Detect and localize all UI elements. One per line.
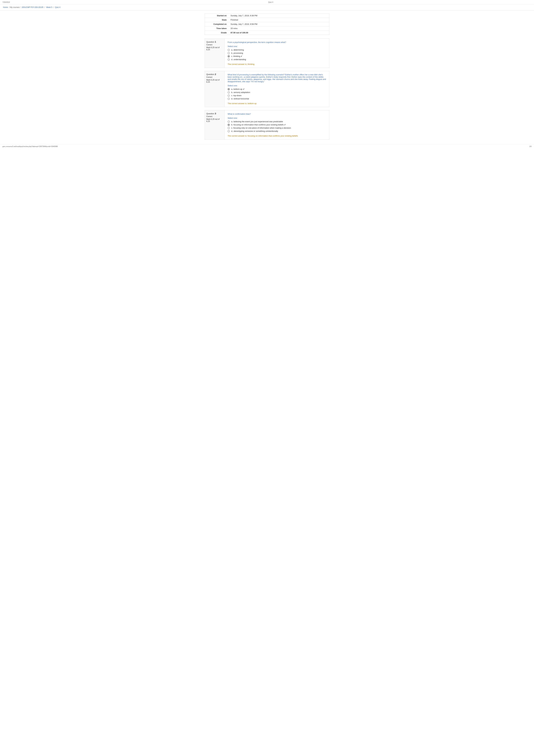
top-bar: 7/26/2019 Quiz 4 [0, 0, 534, 4]
correct-answer-2: The correct answer is: bottom-up [228, 102, 326, 105]
select-one-label-1: Select one: [228, 45, 326, 47]
question-mark-1: Mark 6.25 out of 6.25 [206, 46, 223, 51]
option-text-2-4: d. vertical-horizontal [231, 97, 249, 100]
question-block-2: Question 2 Correct Mark 6.25 out of 6.25… [205, 71, 329, 107]
option-3-1: a. believing the event you just experien… [228, 121, 326, 123]
breadcrumb-sep3: / [44, 6, 46, 8]
option-3-4: d. stereotyping someone or something uni… [228, 130, 326, 132]
option-text-2-3: c. top-down [231, 94, 242, 97]
option-text-3-3: c. focusing only on one piece of informa… [231, 127, 291, 129]
footer-url: gmc.mrooms3.net/mod/quiz/review.php?atte… [2, 146, 58, 147]
question-sidebar-3: Question 3 Correct Mark 6.25 out of 6.25 [205, 110, 225, 139]
questions-container: Question 1 Correct Mark 6.25 out of 6.25… [205, 39, 329, 140]
footer-bar: gmc.mrooms3.net/mod/quiz/review.php?atte… [0, 144, 534, 148]
question-mark-2: Mark 6.25 out of 6.25 [206, 79, 223, 83]
question-text-1: From a psychological perspective, the te… [228, 41, 326, 43]
breadcrumb-quiz[interactable]: Quiz 4 [55, 6, 60, 8]
select-one-label-2: Select one: [228, 85, 326, 87]
question-status-1: Correct [206, 44, 223, 46]
option-1-3: c. thinking ✔ [228, 55, 326, 57]
question-block-1: Question 1 Correct Mark 6.25 out of 6.25… [205, 39, 329, 68]
summary-table: Started on Sunday, July 7, 2019, 9:38 PM… [205, 14, 329, 35]
question-content-2: What kind of processing is exemplified b… [225, 71, 329, 107]
option-text-2-1: a. bottom-up ✔ [231, 88, 245, 90]
radio-3-1 [228, 121, 230, 123]
grade-label: Grade [205, 31, 229, 35]
option-text-3-4: d. stereotyping someone or something uni… [231, 130, 278, 132]
grade-value: 87.50 out of 100.00 [229, 31, 329, 35]
question-number-2: Question 2 [206, 73, 223, 75]
question-block-3: Question 3 Correct Mark 6.25 out of 6.25… [205, 110, 329, 140]
question-sidebar-2: Question 2 Correct Mark 6.25 out of 6.25 [205, 71, 225, 107]
radio-1-1 [228, 49, 230, 51]
summary-row-started: Started on Sunday, July 7, 2019, 9:38 PM [205, 14, 329, 18]
question-number-1: Question 1 [206, 40, 223, 43]
option-text-1-2: b. processing [231, 52, 243, 54]
option-3-2: b. focusing on information that confirms… [228, 123, 326, 126]
option-text-2-2: b. sensory adaptation [231, 91, 250, 94]
option-1-1: a. determining [228, 49, 326, 51]
option-1-2: b. processing [228, 52, 326, 54]
breadcrumb-sep1: / My courses / [9, 6, 21, 8]
correct-answer-3: The correct answer is: focusing on infor… [228, 135, 326, 137]
option-text-3-1: a. believing the event you just experien… [231, 121, 283, 123]
option-2-3: c. top-down [228, 94, 326, 97]
breadcrumb-course[interactable]: 19SUCMP PSY-200-20105 [21, 6, 43, 8]
breadcrumb-home[interactable]: Home [3, 6, 8, 8]
correct-answer-1: The correct answer is: thinking [228, 63, 326, 65]
question-content-3: What is confirmation bias?Select one:a. … [225, 110, 329, 139]
summary-row-state: State Finished [205, 18, 329, 22]
question-status-3: Correct [206, 115, 223, 118]
radio-1-3 [228, 55, 230, 57]
question-mark-3: Mark 6.25 out of 6.25 [206, 118, 223, 122]
select-one-label-3: Select one: [228, 117, 326, 119]
option-text-1-4: d. understanding [231, 58, 246, 61]
option-2-1: a. bottom-up ✔ [228, 88, 326, 90]
breadcrumb-sep4: / [53, 6, 54, 8]
time-taken-label: Time taken [205, 26, 229, 31]
summary-row-time: Time taken 20 mins [205, 26, 329, 31]
question-text-3: What is confirmation bias? [228, 113, 326, 115]
completed-on-value: Sunday, July 7, 2019, 9:58 PM [229, 22, 329, 26]
top-bar-date: 7/26/2019 [2, 1, 10, 3]
completed-on-label: Completed on [205, 22, 229, 26]
radio-2-2 [228, 91, 230, 94]
options-list-2: a. bottom-up ✔b. sensory adaptationc. to… [228, 88, 326, 100]
radio-3-2 [228, 124, 230, 126]
breadcrumb: Home / My courses / 19SUCMP PSY-200-2010… [0, 4, 534, 10]
radio-3-4 [228, 130, 230, 132]
radio-2-3 [228, 94, 230, 97]
option-1-4: d. understanding [228, 58, 326, 61]
summary-row-completed: Completed on Sunday, July 7, 2019, 9:58 … [205, 22, 329, 26]
radio-2-1 [228, 88, 230, 90]
radio-1-4 [228, 59, 230, 61]
options-list-3: a. believing the event you just experien… [228, 121, 326, 132]
state-label: State [205, 18, 229, 22]
started-on-value: Sunday, July 7, 2019, 9:38 PM [229, 14, 329, 18]
option-2-2: b. sensory adaptation [228, 91, 326, 94]
radio-1-2 [228, 52, 230, 54]
question-status-2: Correct [206, 76, 223, 78]
question-text-2: What kind of processing is exemplified b… [228, 73, 326, 83]
footer-page: 1/5 [529, 146, 532, 147]
option-2-4: d. vertical-horizontal [228, 97, 326, 100]
time-taken-value: 20 mins [229, 26, 329, 31]
option-3-3: c. focusing only on one piece of informa… [228, 127, 326, 129]
radio-2-4 [228, 98, 230, 100]
breadcrumb-week[interactable]: Week 5 [46, 6, 52, 8]
option-text-1-3: c. thinking ✔ [231, 55, 242, 57]
radio-3-3 [228, 127, 230, 129]
main-container: Started on Sunday, July 7, 2019, 9:38 PM… [202, 14, 332, 140]
question-number-3: Question 3 [206, 112, 223, 115]
top-bar-title: Quiz 4 [268, 1, 273, 3]
option-text-3-2: b. focusing on information that confirms… [231, 123, 286, 126]
option-text-1-1: a. determining [231, 49, 244, 51]
question-content-1: From a psychological perspective, the te… [225, 39, 329, 68]
question-sidebar-1: Question 1 Correct Mark 6.25 out of 6.25 [205, 39, 225, 68]
started-on-label: Started on [205, 14, 229, 18]
summary-row-grade: Grade 87.50 out of 100.00 [205, 31, 329, 35]
options-list-1: a. determiningb. processingc. thinking ✔… [228, 49, 326, 61]
state-value: Finished [229, 18, 329, 22]
